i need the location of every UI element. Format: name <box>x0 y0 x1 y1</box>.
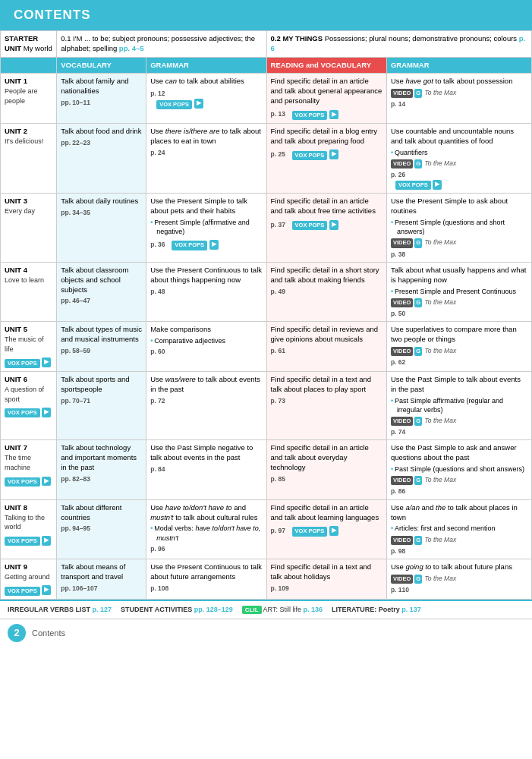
unit6-vocab: Talk about sports and sportspeople pp. 7… <box>57 371 146 440</box>
header-bar: CONTENTS <box>0 0 532 30</box>
unit-row-7: UNIT 7 The time machine VOX POPS ▶ Talk … <box>1 440 532 499</box>
unit3-grammar2: Use the Present Simple to ask about rout… <box>386 194 531 263</box>
unit6-reading: Find specific detail in a text and talk … <box>266 371 386 440</box>
unit-label-6: UNIT 6 A question of sport VOX POPS ▶ <box>1 371 57 440</box>
unit2-grammar: Use there is/there are to talk about pla… <box>146 124 266 194</box>
page-label: Contents <box>32 628 65 638</box>
video-badge: VIDEO <box>391 89 413 98</box>
video-badge: VIDEO <box>391 575 413 584</box>
footer-literature: LITERATURE: Poetry p. 137 <box>332 606 421 613</box>
unit-label-4: UNIT 4 Love to learn <box>1 262 57 321</box>
unit8-grammar2: Use a/an and the to talk about places in… <box>386 499 531 559</box>
vox-pops-badge: VOX POPS <box>172 241 207 250</box>
video-badge: VIDEO <box>391 159 413 168</box>
vox-pops-badge: VOX POPS <box>395 181 431 190</box>
vox-pops-badge: VOX POPS <box>5 408 40 417</box>
video-badge: VIDEO <box>391 298 413 307</box>
col-header-empty <box>1 57 57 74</box>
unit4-vocab: Talk about classroom objects and school … <box>57 262 146 321</box>
footer-clil: CLIL ART: Still life p. 136 <box>242 606 323 614</box>
unit-label-2: UNIT 2 It's delicious! <box>1 124 57 194</box>
unit1-grammar2: Use have got to talk about possession VI… <box>386 74 531 124</box>
video-badge: VIDEO <box>391 536 413 545</box>
col-header-vocab: VOCABULARY <box>57 57 146 74</box>
unit-label-3: UNIT 3 Every day <box>1 194 57 263</box>
unit7-reading: Find specific detail in an article and t… <box>266 440 386 499</box>
unit3-reading: Find specific detail in an article and t… <box>266 194 386 263</box>
footer-student-activities: STUDENT ACTIVITIES pp. 128–129 <box>121 606 233 613</box>
unit1-reading: Find specific detail in an article and t… <box>266 74 386 124</box>
unit5-grammar2: Use superlatives to compare more than tw… <box>386 322 531 372</box>
unit6-grammar2: Use the Past Simple to talk about events… <box>386 371 531 440</box>
col-header-grammar: GRAMMAR <box>146 57 266 74</box>
unit-label-9: UNIT 9 Getting around VOX POPS ▶ <box>1 559 57 600</box>
footer-irregular-verbs: IRREGULAR VERBS LIST p. 127 <box>8 606 112 613</box>
unit7-grammar2: Use the Past Simple to ask and answer qu… <box>386 440 531 499</box>
col-header-row: VOCABULARY GRAMMAR READING and VOCABULAR… <box>1 57 532 74</box>
vox-pops-badge: VOX POPS <box>5 359 40 368</box>
unit4-grammar2: Talk about what usually happens and what… <box>386 262 531 321</box>
unit-row-5: UNIT 5 The music of life VOX POPS ▶ Talk… <box>1 322 532 372</box>
unit4-grammar: Use the Present Continuous to talk about… <box>146 262 266 321</box>
unit1-vocab: Talk about family and nationalities pp. … <box>57 74 146 124</box>
unit9-vocab: Talk about means of transport and travel… <box>57 559 146 600</box>
vox-pops-badge: VOX POPS <box>156 100 192 109</box>
unit-row-9: UNIT 9 Getting around VOX POPS ▶ Talk ab… <box>1 559 532 600</box>
unit-label-5: UNIT 5 The music of life VOX POPS ▶ <box>1 322 57 372</box>
starter-label-cell: STARTER UNIT My world <box>1 31 57 58</box>
vox-pops-badge: VOX POPS <box>292 221 328 230</box>
unit3-vocab: Talk about daily routines pp. 34–35 <box>57 194 146 263</box>
video-badge: VIDEO <box>391 347 413 356</box>
footer: IRREGULAR VERBS LIST p. 127 STUDENT ACTI… <box>0 600 532 619</box>
unit-row-2: UNIT 2 It's delicious! Talk about food a… <box>1 124 532 194</box>
page-number-bar: 2 Contents <box>0 619 532 647</box>
starter-row: STARTER UNIT My world 0.1 I'M ... to be;… <box>1 31 532 58</box>
video-badge: VIDEO <box>391 417 413 426</box>
starter-col1: 0.1 I'M ... to be; subject pronouns; pos… <box>57 31 266 58</box>
unit-row-4: UNIT 4 Love to learn Talk about classroo… <box>1 262 532 321</box>
vox-pops-badge: VOX POPS <box>5 477 40 487</box>
contents-table: STARTER UNIT My world 0.1 I'M ... to be;… <box>0 30 532 600</box>
col-header-reading: READING and VOCABULARY <box>266 57 386 74</box>
col-header-grammar2: GRAMMAR <box>386 57 531 74</box>
starter-col2: 0.2 MY THINGS Possessions; plural nouns;… <box>266 31 531 58</box>
vox-pops-badge: VOX POPS <box>5 537 40 546</box>
unit-label-7: UNIT 7 The time machine VOX POPS ▶ <box>1 440 57 499</box>
unit5-reading: Find specific detail in reviews and give… <box>266 322 386 372</box>
unit9-grammar2: Use going to to talk about future plans … <box>386 559 531 600</box>
unit5-grammar: Make comparisons •Comparative adjectives… <box>146 322 266 372</box>
unit-label-1: UNIT 1 People are people <box>1 74 57 124</box>
unit5-vocab: Talk about types of music and musical in… <box>57 322 146 372</box>
unit9-reading: Find specific detail in a text and talk … <box>266 559 386 600</box>
page-number: 2 <box>8 624 26 642</box>
unit8-vocab: Talk about different countries pp. 94–95 <box>57 499 146 559</box>
unit4-reading: Find specific detail in a short story an… <box>266 262 386 321</box>
vox-pops-badge: VOX POPS <box>292 111 328 120</box>
unit1-grammar: Use can to talk about abilities p. 12 VO… <box>146 74 266 124</box>
unit3-grammar: Use the Present Simple to talk about pet… <box>146 194 266 263</box>
unit-label-8: UNIT 8 Talking to the world VOX POPS ▶ <box>1 499 57 559</box>
unit8-reading: Find specific detail in an article and t… <box>266 499 386 559</box>
vox-pops-badge: VOX POPS <box>292 151 328 160</box>
unit8-grammar: Use have to/don't have to and mustn't to… <box>146 499 266 559</box>
unit6-grammar: Use was/were to talk about events in the… <box>146 371 266 440</box>
unit7-vocab: Talk about technology and important mome… <box>57 440 146 499</box>
video-badge: VIDEO <box>391 238 413 247</box>
vox-pops-badge: VOX POPS <box>5 587 40 596</box>
page-title: CONTENTS <box>14 8 518 23</box>
unit7-grammar: Use the Past Simple negative to talk abo… <box>146 440 266 499</box>
unit-row-8: UNIT 8 Talking to the world VOX POPS ▶ T… <box>1 499 532 559</box>
unit2-reading: Find specific detail in a blog entry and… <box>266 124 386 194</box>
unit9-grammar: Use the Present Continuous to talk about… <box>146 559 266 600</box>
starter-name: My world <box>24 44 52 52</box>
unit2-grammar2: Use countable and uncountable nouns and … <box>386 124 531 194</box>
video-badge: VIDEO <box>391 476 413 485</box>
unit2-vocab: Talk about food and drink pp. 22–23 <box>57 124 146 194</box>
unit-row-3: UNIT 3 Every day Talk about daily routin… <box>1 194 532 263</box>
unit-row-1: UNIT 1 People are people Talk about fami… <box>1 74 532 124</box>
unit-row-6: UNIT 6 A question of sport VOX POPS ▶ Ta… <box>1 371 532 440</box>
vox-pops-badge: VOX POPS <box>292 527 328 536</box>
starter-col1-page: pp. 4–5 <box>119 44 144 52</box>
